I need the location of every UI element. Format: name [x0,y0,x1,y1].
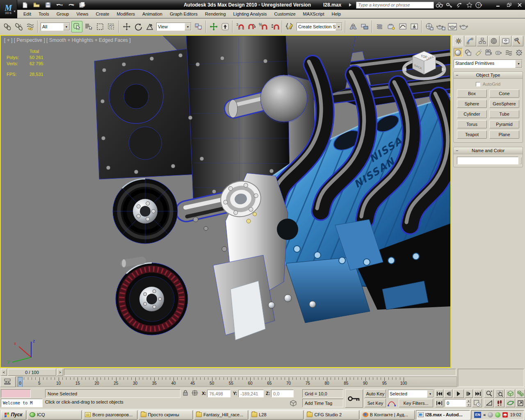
subtab-cameras[interactable] [484,48,493,57]
named-selection-sets-icon[interactable] [284,21,295,32]
name-color-header[interactable]: − Name and Color [454,147,523,154]
open-file-button[interactable] [32,1,41,9]
new-file-button[interactable] [21,1,30,9]
spinner-up-icon[interactable]: ▲ [466,399,471,403]
material-editor-icon[interactable] [424,21,435,32]
window-crossing-toggle-icon[interactable] [106,21,117,32]
taskbar-button-l28-max-autod-[interactable]: l28.max - Autod... [416,410,470,420]
help-icon[interactable]: ?▼ [475,1,483,9]
object-type-pyramid[interactable]: Pyramid [489,120,519,128]
tray-messenger-icon[interactable] [495,412,500,418]
subtab-space-warps[interactable] [504,48,514,57]
dropdown-arrow-icon[interactable]: ▼ [336,23,342,30]
orbit-button[interactable] [505,399,515,407]
menu-edit[interactable]: Edit [20,11,35,17]
select-object-button[interactable] [71,21,82,32]
render-setup-icon[interactable] [435,21,446,32]
set-key-button[interactable]: Set Key [365,399,386,407]
layer-manager-icon[interactable] [374,21,385,32]
menu-tools[interactable]: Tools [35,11,53,17]
spinner-down-icon[interactable]: ▼ [466,403,471,407]
tray-antivirus-icon[interactable] [502,412,508,418]
tray-app-icon[interactable] [488,412,493,418]
autogrid-checkbox[interactable] [476,82,480,87]
bind-to-space-warp-icon[interactable] [25,21,36,32]
walk-through-button[interactable] [495,399,504,407]
subtab-systems[interactable] [514,48,523,57]
mini-curve-editor-button[interactable] [0,377,16,387]
reference-coordinate-dropdown[interactable]: View▼ [156,23,192,31]
viewport-label[interactable]: [ + ] [ Perspective ] [ Smooth + Highlig… [4,37,131,43]
taskbar-button-просто-скрины[interactable]: Просто скрины [139,410,193,420]
select-and-rotate-icon[interactable] [132,21,144,32]
tab-modify[interactable] [465,36,476,46]
time-slider-button[interactable]: 0 / 100 [8,369,56,376]
next-frame-button[interactable] [465,389,473,398]
search-input[interactable] [356,2,434,9]
angle-snap-toggle-icon[interactable] [246,21,257,32]
redo-button[interactable]: ▼ [66,1,75,9]
object-type-cylinder[interactable]: Cylinder [457,110,487,118]
project-folder-button[interactable]: ▼ [78,1,87,9]
object-type-box[interactable]: Box [457,89,487,98]
object-type-teapot[interactable]: Teapot [457,130,487,139]
next-frame-arrow[interactable]: > [57,369,63,376]
application-menu-button[interactable]: M 3DS ▼ [0,0,17,18]
subtab-lights[interactable] [474,48,483,57]
rectangular-selection-region-icon[interactable] [94,21,105,32]
zoom-all-button[interactable] [495,389,504,398]
absolute-offset-toggle[interactable] [191,390,199,397]
close-button[interactable] [516,2,523,8]
render-production-icon[interactable] [458,21,469,32]
object-type-sphere[interactable]: Sphere [457,100,487,108]
menu-modifiers[interactable]: Modifiers [113,11,139,17]
select-and-scale-icon[interactable] [144,21,155,32]
percent-snap-toggle-icon[interactable]: % [258,21,269,32]
previous-frame-arrow[interactable]: < [1,369,7,376]
maxscript-mini-listener-pink[interactable] [1,389,31,398]
taskbar-button-всего-разговоров-[interactable]: Всего разговоров... [83,410,137,420]
y-coordinate-field[interactable]: -189,241 [238,390,264,397]
select-and-manipulate-icon[interactable] [208,21,219,32]
selection-lock-toggle[interactable] [182,390,189,397]
object-type-cone[interactable]: Cone [489,89,519,98]
add-time-tag[interactable]: Add Time Tag [302,399,343,407]
key-filters-button[interactable]: Key Filters... [399,399,433,407]
go-to-start-button[interactable] [435,389,443,398]
restore-button[interactable] [505,2,513,8]
subtab-geometry[interactable] [454,48,463,57]
language-indicator[interactable]: EN [474,412,481,418]
use-pivot-point-center-icon[interactable] [193,21,204,32]
search-dropdown-arrow[interactable]: ▼ [441,4,444,7]
object-type-geosphere[interactable]: GeoSphere [489,100,519,108]
search-expand-arrow[interactable] [346,1,354,9]
start-button[interactable]: Пуск [1,410,26,420]
category-dropdown[interactable]: Standard Primitives ▼ [454,59,523,68]
menu-lighting-analysis[interactable]: Lighting Analysis [230,11,271,17]
menu-views[interactable]: Views [73,11,92,17]
selection-filter-dropdown[interactable]: All▼ [41,23,70,31]
perspective-viewport[interactable]: NISSAN NISSAN [0,35,451,368]
menu-maxscript[interactable]: MAXScript [299,11,328,17]
favorites-star-icon[interactable] [465,1,473,9]
taskbar-button-в-контакте-ауд-[interactable]: В Контакте | Ауд... [361,410,415,420]
zoom-button[interactable] [484,389,494,398]
save-file-button[interactable] [43,1,52,9]
time-slider-track[interactable] [64,369,456,376]
key-mode-toggle[interactable] [435,399,443,407]
named-selection-set-dropdown[interactable]: Create Selection Se▼ [297,23,342,31]
menu-group[interactable]: Group [53,11,73,17]
undo-button[interactable]: ▼ [55,1,64,9]
play-animation-button[interactable] [453,389,464,398]
object-type-header[interactable]: − Object Type [454,72,523,79]
key-filter-set-dropdown[interactable]: Selected▼ [388,390,434,398]
spinner-snap-toggle-icon[interactable] [269,21,280,32]
go-to-end-button[interactable] [474,389,482,398]
help-dropdown-arrow[interactable]: ▼ [480,4,483,7]
keyboard-shortcut-override-icon[interactable] [219,21,231,32]
dropdown-arrow-icon[interactable]: ▼ [515,60,522,68]
object-name-input[interactable] [457,157,518,164]
menu-graph-editors[interactable]: Graph Editors [166,11,201,17]
tab-hierarchy[interactable] [477,36,488,46]
taskbar-button-l28[interactable]: L28 [249,410,304,420]
